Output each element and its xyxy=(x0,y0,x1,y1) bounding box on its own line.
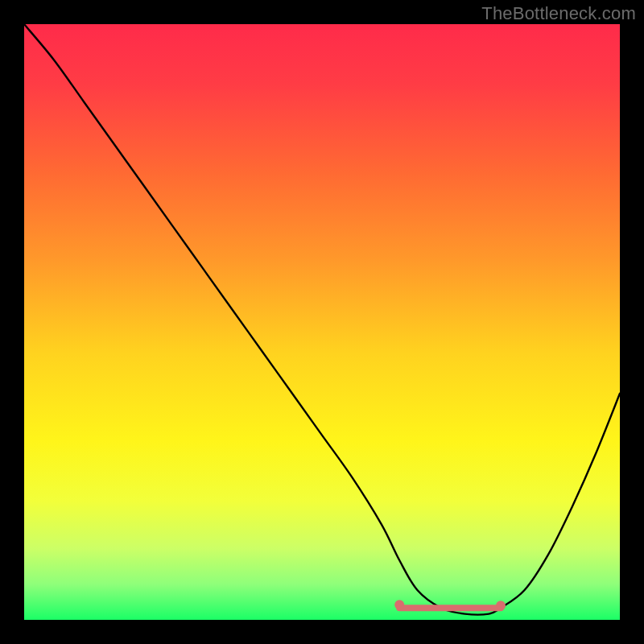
plot-area xyxy=(24,24,620,620)
bottleneck-curve xyxy=(24,24,620,615)
curve-layer xyxy=(24,24,620,620)
watermark-text: TheBottleneck.com xyxy=(481,3,636,24)
chart-frame: TheBottleneck.com xyxy=(0,0,644,644)
optimal-range-start-dot xyxy=(394,600,404,609)
optimal-range-end-dot xyxy=(496,601,506,610)
